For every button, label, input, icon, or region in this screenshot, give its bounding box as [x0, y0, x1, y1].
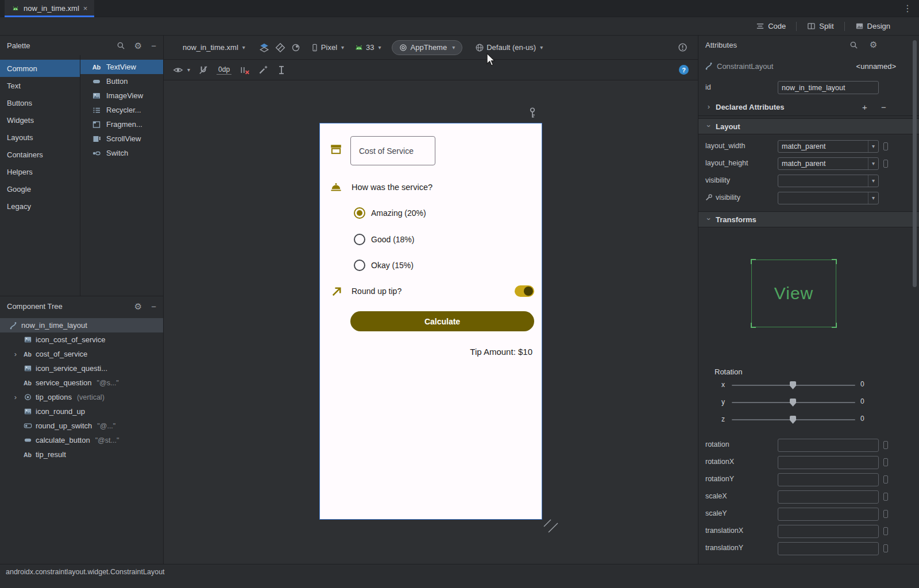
declared-attributes-section[interactable]: › Declared Attributes + −: [698, 99, 919, 116]
palette-category-containers[interactable]: Containers: [0, 146, 80, 163]
device-preview[interactable]: Cost of Service How was the service? Ama…: [319, 123, 542, 520]
slider-thumb[interactable]: [790, 381, 796, 389]
pick-resource-toggle[interactable]: [883, 475, 888, 483]
clear-constraints-icon[interactable]: [240, 65, 250, 75]
device-selector[interactable]: Pixel ▾: [311, 43, 344, 52]
scale-y-input[interactable]: [778, 508, 879, 521]
locale-selector[interactable]: Default (en-us) ▾: [475, 43, 543, 52]
tree-item-tip-result[interactable]: Ab tip_result: [0, 447, 163, 462]
palette-category-legacy[interactable]: Legacy: [0, 198, 80, 215]
split-mode-button[interactable]: Split: [804, 20, 837, 32]
transforms-section-header[interactable]: › Transforms: [698, 211, 919, 227]
expander-icon[interactable]: ›: [11, 350, 20, 358]
translation-x-input[interactable]: [778, 525, 879, 538]
view-options-button[interactable]: ▾: [173, 65, 190, 75]
palette-category-common[interactable]: Common: [0, 60, 80, 77]
visibility-select[interactable]: ▾: [778, 175, 879, 187]
api-selector[interactable]: 33 ▾: [354, 43, 381, 52]
design-canvas[interactable]: Cost of Service How was the service? Ama…: [164, 80, 698, 564]
rotation-y-slider[interactable]: [732, 402, 855, 403]
gear-icon[interactable]: ⚙: [134, 302, 142, 311]
palette-category-buttons[interactable]: Buttons: [0, 94, 80, 111]
translation-y-input[interactable]: [778, 542, 879, 555]
tree-item-tip-options[interactable]: › tip_options (vertical): [0, 390, 163, 404]
palette-category-text[interactable]: Text: [0, 77, 80, 94]
rotation-z-slider[interactable]: [732, 419, 855, 420]
design-mode-button[interactable]: Design: [852, 20, 894, 32]
theme-selector[interactable]: AppTheme ▾: [392, 40, 463, 55]
slider-thumb[interactable]: [790, 416, 796, 424]
palette-item-textview[interactable]: Ab TextView: [80, 60, 163, 74]
issues-icon[interactable]: [678, 42, 688, 52]
hide-panel-icon[interactable]: −: [151, 302, 156, 311]
scrollbar-thumb[interactable]: [913, 40, 917, 287]
layout-section-header[interactable]: › Layout: [698, 118, 919, 134]
pick-resource-toggle[interactable]: [883, 160, 888, 168]
radio-option-amazing[interactable]: Amazing (20%): [354, 207, 426, 219]
editor-tab[interactable]: now_in_time.xml ×: [5, 0, 94, 17]
slider-thumb[interactable]: [790, 399, 796, 407]
scale-x-input[interactable]: [778, 490, 879, 504]
infer-constraints-icon[interactable]: [258, 65, 268, 75]
pick-resource-toggle[interactable]: [883, 142, 888, 150]
palette-item-recyclerview[interactable]: Recycler...: [80, 103, 163, 117]
kebab-menu-icon[interactable]: ⋮: [902, 2, 913, 16]
tree-item-round-up-switch[interactable]: round_up_switch "@...": [0, 419, 163, 433]
autoconnect-off-icon[interactable]: [198, 65, 208, 75]
hide-panel-icon[interactable]: −: [151, 41, 156, 50]
palette-category-google[interactable]: Google: [0, 180, 80, 198]
default-margin-button[interactable]: 0dp: [217, 65, 231, 75]
file-selector[interactable]: now_in_time.xml ▾: [183, 43, 245, 52]
palette-item-switch[interactable]: Switch: [80, 146, 163, 160]
cost-of-service-field[interactable]: Cost of Service: [350, 136, 435, 165]
tree-item-icon-service-question[interactable]: icon_service_questi...: [0, 361, 163, 376]
rotation-x-input[interactable]: [778, 456, 879, 469]
palette-category-helpers[interactable]: Helpers: [0, 163, 80, 180]
pack-align-icon[interactable]: [276, 65, 287, 75]
tree-item-service-question[interactable]: Ab service_question "@s...": [0, 376, 163, 390]
search-icon[interactable]: [850, 41, 858, 49]
code-mode-button[interactable]: Code: [752, 20, 789, 32]
rotation-x-slider[interactable]: [732, 385, 855, 386]
radio-option-okay[interactable]: Okay (15%): [354, 260, 414, 271]
palette-item-imageview[interactable]: ImageView: [80, 88, 163, 103]
tree-item-root-layout[interactable]: now_in_time_layout: [0, 318, 163, 332]
gear-icon[interactable]: ⚙: [134, 41, 142, 50]
palette-item-button[interactable]: Button: [80, 74, 163, 88]
expander-icon[interactable]: ›: [11, 393, 20, 401]
palette-item-fragment[interactable]: Fragmen...: [80, 117, 163, 131]
tab-close-icon[interactable]: ×: [83, 5, 88, 12]
pick-resource-toggle[interactable]: [883, 441, 888, 449]
tree-item-label: now_in_time_layout: [21, 321, 87, 330]
tree-item-calculate-button[interactable]: calculate_button "@st...": [0, 433, 163, 447]
round-up-switch[interactable]: [515, 285, 534, 297]
rotation-y-input[interactable]: [778, 473, 879, 486]
help-button[interactable]: ?: [679, 65, 689, 75]
palette-item-scrollview[interactable]: ScrollView: [80, 131, 163, 146]
id-input[interactable]: [778, 81, 879, 94]
calculate-button[interactable]: Calculate: [350, 311, 534, 331]
pick-resource-toggle[interactable]: [883, 510, 888, 518]
rotation-input[interactable]: [778, 439, 879, 452]
remove-attribute-button[interactable]: −: [881, 102, 886, 112]
tree-item-cost-of-service[interactable]: › Ab cost_of_service: [0, 347, 163, 361]
pick-resource-toggle[interactable]: [883, 527, 888, 535]
search-icon[interactable]: [117, 41, 125, 50]
add-attribute-button[interactable]: +: [862, 102, 867, 112]
radio-option-good[interactable]: Good (18%): [354, 234, 414, 245]
layout-height-select[interactable]: match_parent ▾: [778, 157, 879, 170]
palette-category-widgets[interactable]: Widgets: [0, 111, 80, 129]
pick-resource-toggle[interactable]: [883, 544, 888, 552]
layers-icon[interactable]: [259, 42, 269, 53]
palette-category-layouts[interactable]: Layouts: [0, 129, 80, 146]
night-mode-icon[interactable]: [291, 43, 300, 52]
pick-resource-toggle[interactable]: [883, 458, 888, 466]
orientation-icon[interactable]: [275, 42, 285, 53]
tools-visibility-select[interactable]: ▾: [778, 192, 879, 204]
tree-item-icon-cost-of-service[interactable]: icon_cost_of_service: [0, 332, 163, 347]
layout-width-select[interactable]: match_parent ▾: [778, 140, 879, 153]
gear-icon[interactable]: ⚙: [870, 40, 877, 49]
pick-resource-toggle[interactable]: [883, 493, 888, 501]
resize-handle[interactable]: [543, 519, 559, 533]
tree-item-icon-round-up[interactable]: icon_round_up: [0, 404, 163, 419]
